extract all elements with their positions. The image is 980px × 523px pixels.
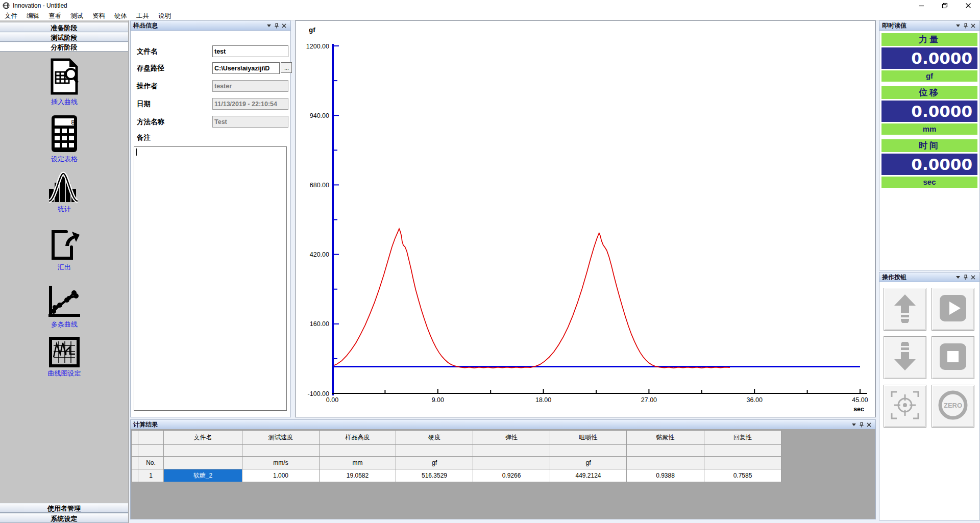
jog-up-button[interactable] — [884, 288, 926, 331]
panel-pin-button[interactable] — [962, 273, 969, 281]
result-cell-1[interactable]: 软糖_2 — [164, 469, 242, 482]
force-curve-series — [332, 229, 730, 368]
panel-close-button[interactable] — [969, 273, 977, 281]
empty-header-cell — [242, 445, 320, 457]
panel-chevron-down-button[interactable] — [954, 273, 962, 281]
row-selector-header — [132, 457, 138, 469]
tool-button-calculator[interactable]: 8设定表格 — [0, 114, 129, 164]
y-tick-label: 940.00 — [310, 112, 329, 119]
result-cell-7[interactable]: 0.9388 — [627, 469, 704, 482]
sample-info-panel-header: 样品信息 — [131, 21, 290, 31]
tool-button-export[interactable]: 汇出 — [0, 229, 129, 272]
readout-label-3: 时间 — [881, 139, 977, 152]
menu-item-4[interactable]: 测试 — [66, 11, 88, 20]
target-button[interactable] — [884, 385, 926, 428]
row-selector-cell[interactable] — [132, 469, 138, 482]
panel-pin-button[interactable] — [962, 22, 969, 29]
results-panel-header: 计算结果 — [131, 420, 875, 430]
field-input-2[interactable] — [212, 62, 280, 74]
sidebar-bottom-button-1[interactable]: 使用者管理 — [0, 503, 128, 513]
stage-button-1[interactable]: 准备阶段 — [0, 22, 128, 32]
tool-button-multi-curve[interactable]: 多条曲线 — [0, 285, 129, 329]
unit-cell-6: gf — [550, 457, 627, 469]
column-header-2: 测试速度 — [242, 431, 320, 445]
x-tick-label: 45.00 — [852, 396, 868, 404]
x-tick-label: 18.00 — [535, 396, 551, 404]
unit-cell-5 — [473, 457, 550, 469]
jog-down-button[interactable] — [884, 336, 926, 379]
panel-close-button[interactable] — [865, 421, 873, 428]
result-cell-3[interactable]: 19.0582 — [320, 469, 396, 482]
controls-panel-header: 操作按钮 — [879, 272, 979, 282]
text-caret — [136, 148, 137, 156]
menu-item-1[interactable]: 文件 — [0, 11, 22, 20]
stage-button-2[interactable]: 测试阶段 — [0, 32, 128, 42]
result-cell-8[interactable]: 0.7585 — [704, 469, 781, 482]
run-icon — [938, 293, 968, 325]
tool-button-statistics[interactable]: 统计 — [0, 171, 129, 214]
field-label-3: 操作者 — [137, 82, 158, 91]
menu-item-3[interactable]: 查看 — [44, 11, 66, 20]
result-cell-2[interactable]: 1.000 — [242, 469, 320, 482]
field-input-1[interactable] — [212, 45, 288, 57]
chart-svg: gf1200.00940.00680.00420.00160.00-100.00… — [296, 21, 875, 417]
panel-pin-button[interactable] — [273, 22, 280, 29]
sample-info-panel: 样品信息 文件名存盘路径...操作者日期方法名称备注 — [130, 20, 291, 417]
results-table: 文件名测试速度样品高度硬度弹性咀嚼性黏聚性回复性No.mm/smmgfgf1软糖… — [131, 430, 781, 482]
row-selector-header — [132, 431, 138, 445]
zero-button[interactable]: ZERO — [932, 385, 974, 428]
readout-body: 力量0.0000gf位移0.0000mm时间0.0000sec — [879, 30, 979, 270]
result-cell-4[interactable]: 516.3529 — [396, 469, 473, 482]
menu-item-6[interactable]: 硬体 — [110, 11, 132, 20]
tool-label: 统计 — [0, 205, 129, 214]
minimize-button[interactable] — [910, 0, 933, 11]
stop-button[interactable] — [932, 336, 974, 379]
unit-cell-8 — [704, 457, 781, 469]
tool-button-insert-curve[interactable]: 插入曲线 — [0, 58, 129, 107]
menu-item-7[interactable]: 工具 — [132, 11, 154, 20]
no-column-header — [138, 431, 164, 445]
menu-item-8[interactable]: 说明 — [154, 11, 176, 20]
chart-settings-icon — [0, 337, 129, 367]
readout-value-2: 0.0000 — [881, 101, 977, 122]
field-input-3 — [212, 80, 288, 92]
sidebar-bottom-button-2[interactable]: 系统设定 — [0, 513, 128, 523]
menu-item-2[interactable]: 编辑 — [22, 11, 44, 20]
stop-icon — [938, 342, 968, 373]
browse-button[interactable]: ... — [281, 62, 292, 73]
field-label-5: 方法名称 — [137, 117, 164, 127]
result-cell-6[interactable]: 449.2124 — [550, 469, 627, 482]
close-button[interactable] — [957, 0, 980, 11]
force-time-chart: gf1200.00940.00680.00420.00160.00-100.00… — [296, 21, 875, 417]
tool-label: 曲线图设定 — [0, 369, 129, 378]
panel-chevron-down-button[interactable] — [850, 421, 857, 428]
window-title: Innovation - Untitled — [13, 2, 67, 9]
result-cell-5[interactable]: 0.9266 — [473, 469, 550, 482]
tool-button-chart-settings[interactable]: 曲线图设定 — [0, 337, 129, 378]
stage-button-3[interactable]: 分析阶段 — [0, 42, 128, 52]
field-label-4: 日期 — [137, 99, 151, 109]
empty-header-cell — [320, 445, 396, 457]
svg-text:8: 8 — [71, 118, 75, 126]
panel-close-button[interactable] — [280, 22, 288, 29]
column-header-1: 文件名 — [164, 431, 242, 445]
panel-chevron-down-button[interactable] — [954, 22, 962, 29]
panel-chevron-down-button[interactable] — [265, 22, 273, 29]
panel-pin-button[interactable] — [857, 421, 865, 428]
panel-close-button[interactable] — [969, 22, 977, 29]
sidebar: 准备阶段测试阶段分析阶段使用者管理系统设定插入曲线8设定表格统计汇出多条曲线曲线… — [0, 20, 129, 523]
table-row: 1软糖_21.00019.0582516.35290.9266449.21240… — [132, 469, 781, 482]
unit-cell-7 — [627, 457, 704, 469]
results-panel: 计算结果 文件名测试速度样品高度硬度弹性咀嚼性黏聚性回复性No.mm/smmgf… — [130, 419, 876, 519]
menu-item-5[interactable]: 资料 — [88, 11, 110, 20]
unit-cell-1 — [164, 457, 242, 469]
notes-textarea[interactable] — [134, 146, 287, 411]
restore-button[interactable] — [933, 0, 957, 11]
empty-header-cell — [473, 445, 550, 457]
run-button[interactable] — [932, 288, 974, 331]
empty-header-cell — [132, 445, 138, 457]
column-header-6: 咀嚼性 — [550, 431, 627, 445]
tool-label: 多条曲线 — [0, 320, 129, 329]
row-number-cell[interactable]: 1 — [138, 469, 164, 482]
results-body: 文件名测试速度样品高度硬度弹性咀嚼性黏聚性回复性No.mm/smmgfgf1软糖… — [131, 429, 875, 519]
